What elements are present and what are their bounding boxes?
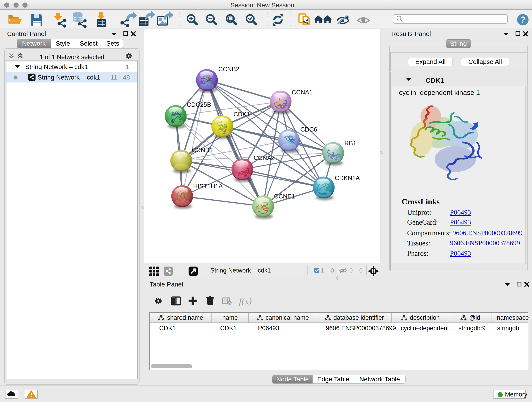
svg-text:HIST1H1A: HIST1H1A bbox=[193, 183, 223, 190]
svg-text:CCNB2: CCNB2 bbox=[218, 66, 239, 73]
svg-text:CDC25B: CDC25B bbox=[187, 101, 211, 108]
svg-text:CDK1: CDK1 bbox=[234, 111, 250, 118]
svg-text:RB1: RB1 bbox=[344, 140, 356, 147]
svg-text:CDKN1A: CDKN1A bbox=[335, 175, 360, 182]
svg-text:CCNA2: CCNA2 bbox=[254, 154, 275, 161]
svg-text:1 – 0: 1 – 0 bbox=[321, 267, 334, 274]
svg-text:CCNB1: CCNB1 bbox=[192, 147, 213, 153]
svg-text:0 – 0: 0 – 0 bbox=[349, 267, 363, 274]
svg-text:?: ? bbox=[520, 15, 525, 25]
svg-text:CDC6: CDC6 bbox=[300, 126, 317, 133]
svg-text:CCNE1: CCNE1 bbox=[274, 193, 295, 200]
svg-text:String Network – cdk1: String Network – cdk1 bbox=[210, 267, 271, 274]
svg-text:f(x): f(x) bbox=[239, 296, 252, 306]
svg-text:CCNA1: CCNA1 bbox=[292, 89, 313, 96]
